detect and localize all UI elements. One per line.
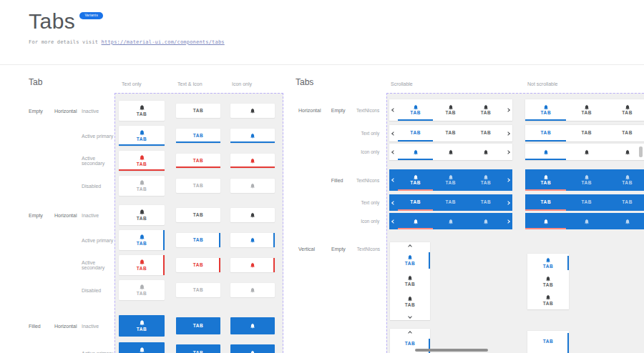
tab-icononly[interactable] — [230, 179, 275, 193]
tab[interactable]: TAB — [527, 254, 569, 272]
section-heading-tab: Tab — [29, 77, 42, 87]
tab[interactable] — [468, 144, 503, 160]
tab[interactable]: TAB — [607, 99, 644, 121]
tab-icononly[interactable] — [230, 317, 275, 334]
tab[interactable]: TAB — [390, 271, 430, 292]
tab[interactable] — [607, 213, 644, 229]
tab[interactable]: TAB — [468, 194, 503, 211]
tab[interactable]: TAB — [468, 125, 503, 141]
design-canvas: { "page": { "title": "Tabs", "badge": "V… — [0, 0, 644, 353]
tab-icononly[interactable] — [230, 233, 275, 247]
tab-textonly[interactable]: TAB — [176, 179, 220, 193]
scroll-left-button[interactable] — [389, 194, 398, 211]
tab[interactable]: TAB — [398, 194, 433, 211]
tab-texticon[interactable]: TAB — [119, 151, 165, 171]
tab[interactable]: TAB — [566, 125, 607, 141]
scroll-up-button[interactable] — [390, 242, 430, 250]
tab[interactable]: TAB — [525, 99, 566, 121]
scroll-left-button[interactable] — [389, 169, 398, 191]
header-divider — [0, 64, 644, 65]
vertical-tabs-group: VerticalEmptyTextNIconsTABTABTABTABTABTA… — [290, 242, 644, 353]
tab[interactable]: TAB — [390, 292, 430, 312]
tab-icononly[interactable] — [230, 208, 275, 222]
tab[interactable] — [566, 144, 607, 160]
tab-texticon[interactable]: TAB — [119, 315, 165, 337]
tab[interactable]: TAB — [433, 125, 468, 141]
tab[interactable]: TAB — [433, 169, 468, 191]
scroll-down-button[interactable] — [390, 312, 430, 320]
tab[interactable] — [398, 144, 433, 160]
scroll-left-button[interactable] — [389, 213, 398, 229]
tab[interactable]: TAB — [398, 99, 433, 121]
orientation-label: Horizontal — [54, 324, 82, 329]
tab[interactable]: TAB — [527, 272, 569, 291]
tab-textonly[interactable]: TAB — [176, 283, 220, 297]
tab-textonly[interactable]: TAB — [176, 258, 220, 272]
tab[interactable]: TAB — [527, 331, 569, 353]
scroll-right-button[interactable] — [504, 194, 512, 211]
content-variant-label: Text only — [353, 200, 379, 205]
tab-texticon[interactable]: TAB — [119, 280, 165, 300]
tab[interactable]: TAB — [390, 250, 430, 271]
tab[interactable]: TAB — [433, 99, 468, 121]
tab[interactable]: TAB — [525, 194, 566, 211]
tab-icononly[interactable] — [230, 283, 275, 297]
tab-icononly[interactable] — [230, 258, 275, 272]
tab[interactable]: TAB — [566, 99, 607, 121]
docs-link[interactable]: https://material-ui.com/components/tabs — [102, 39, 225, 45]
tab[interactable] — [433, 213, 468, 229]
state-label: Active primary — [82, 134, 114, 139]
tab[interactable] — [398, 213, 433, 229]
tab[interactable]: TAB — [607, 169, 644, 191]
scroll-left-button[interactable] — [389, 144, 398, 160]
tab-textonly[interactable]: TAB — [176, 317, 220, 334]
tab[interactable]: TAB — [398, 169, 433, 191]
scroll-left-button[interactable] — [389, 125, 398, 141]
tab[interactable] — [525, 144, 566, 160]
tab-texticon[interactable]: TAB — [119, 230, 165, 250]
bell-icon — [625, 104, 630, 110]
tab-texticon[interactable]: TAB — [119, 255, 165, 275]
horizontal-scrollbar[interactable] — [415, 349, 488, 352]
tab-icononly[interactable] — [230, 154, 275, 168]
tab-textonly[interactable]: TAB — [176, 208, 220, 222]
tab-texticon[interactable]: TAB — [119, 176, 165, 196]
tab[interactable]: TAB — [468, 169, 503, 191]
tab[interactable]: TAB — [566, 194, 607, 211]
scroll-up-button[interactable] — [390, 329, 430, 337]
scroll-left-button[interactable] — [389, 99, 398, 121]
tab[interactable]: TAB — [525, 125, 566, 141]
tab-texticon[interactable]: TAB — [119, 342, 165, 353]
scroll-right-button[interactable] — [504, 125, 512, 141]
tab[interactable]: TAB — [607, 125, 644, 141]
tab-texticon[interactable]: TAB — [119, 126, 165, 146]
tab-icononly[interactable] — [230, 344, 275, 353]
scroll-right-button[interactable] — [504, 169, 512, 191]
tab-textonly[interactable]: TAB — [176, 233, 220, 247]
tab[interactable] — [525, 213, 566, 229]
tab-icononly[interactable] — [230, 104, 275, 118]
tab[interactable]: TAB — [527, 291, 569, 309]
tab[interactable] — [566, 213, 607, 229]
tab-icononly[interactable] — [230, 129, 275, 143]
scroll-right-button[interactable] — [504, 99, 512, 121]
tab[interactable]: TAB — [433, 194, 468, 211]
tab-textonly[interactable]: TAB — [176, 104, 220, 118]
tab[interactable]: TAB — [525, 169, 566, 191]
tab[interactable]: TAB — [607, 194, 644, 211]
tab-label: TAB — [193, 238, 204, 243]
scroll-right-button[interactable] — [504, 213, 512, 229]
tab[interactable]: TAB — [398, 125, 433, 141]
vertical-scrollbar[interactable] — [639, 146, 643, 157]
tab-state-row: EmptyHorizontalInactiveTABTAB — [29, 101, 283, 121]
tab[interactable] — [433, 144, 468, 160]
tab-texticon[interactable]: TAB — [119, 101, 165, 121]
tab-textonly[interactable]: TAB — [176, 154, 220, 168]
scroll-right-button[interactable] — [504, 144, 512, 160]
tab[interactable] — [468, 213, 503, 229]
tab-textonly[interactable]: TAB — [176, 344, 220, 353]
tab-texticon[interactable]: TAB — [119, 205, 165, 225]
tab[interactable]: TAB — [566, 169, 607, 191]
tab[interactable]: TAB — [468, 99, 503, 121]
tab-textonly[interactable]: TAB — [176, 129, 220, 143]
